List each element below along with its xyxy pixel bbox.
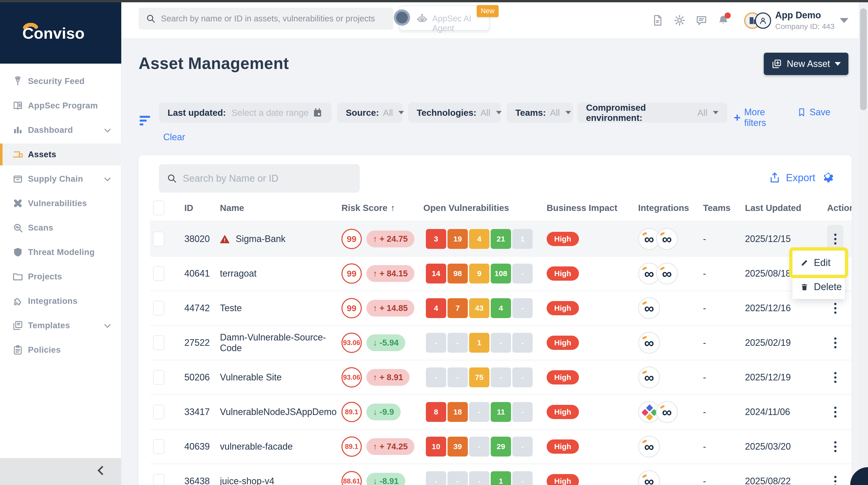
asset-name[interactable]: juice-shop-v4 xyxy=(220,476,341,485)
sidebar-item-supply-chain[interactable]: Supply Chain xyxy=(0,168,121,190)
teams-cell: - xyxy=(703,441,745,452)
asset-name[interactable]: terragoat xyxy=(220,268,341,279)
account-menu-caret-icon[interactable] xyxy=(840,18,848,23)
robot-icon xyxy=(416,12,428,24)
new-asset-button[interactable]: New Asset xyxy=(764,53,848,75)
row-checkbox[interactable] xyxy=(153,370,164,385)
last-updated-cell: 2025/12/16 xyxy=(745,303,827,313)
asset-name[interactable]: vulnerable-facade xyxy=(220,441,341,452)
conviso-integration-icon: ∞ xyxy=(656,263,678,284)
appsec-ai-agent-button[interactable]: AppSec AI Agent xyxy=(399,6,489,31)
table-settings-gear-icon[interactable] xyxy=(820,170,835,185)
filter-compromised-environment[interactable]: Compromised environment: All xyxy=(578,103,727,123)
column-header-open-vulnerabilities[interactable]: Open Vulnerabilities xyxy=(423,203,547,213)
filter-teams[interactable]: Teams: All xyxy=(507,103,573,123)
asset-name[interactable]: VulnerableNodeJSAppDemo xyxy=(220,407,341,417)
scrollbar-thumb[interactable] xyxy=(860,8,867,110)
global-search-input[interactable] xyxy=(161,14,385,23)
column-header-business-impact[interactable]: Business Impact xyxy=(547,203,638,213)
clear-filters-link[interactable]: Clear xyxy=(163,132,185,142)
asset-name[interactable]: Teste xyxy=(220,303,341,313)
dashboard-icon xyxy=(12,124,23,136)
row-actions-button[interactable] xyxy=(827,467,843,485)
more-filters-button[interactable]: + More filters xyxy=(734,107,766,128)
table-row[interactable]: 27522 Damn-Vulnerable-Source-Code 93.06 … xyxy=(150,326,852,360)
sidebar-item-templates[interactable]: Templates xyxy=(0,315,121,336)
row-checkbox[interactable] xyxy=(153,405,164,419)
conviso-logo[interactable]: Conviso xyxy=(0,2,121,64)
notifications-bell-icon[interactable] xyxy=(717,14,730,27)
delete-menu-item[interactable]: Delete xyxy=(793,275,845,299)
column-header-last-updated[interactable]: Last Updated xyxy=(745,203,827,213)
teams-cell: - xyxy=(703,407,745,417)
sidebar-item-integrations[interactable]: Integrations xyxy=(0,290,121,312)
export-button[interactable]: Export xyxy=(769,172,815,184)
table-row[interactable]: 33417 VulnerableNodeJSAppDemo 89.1 ↓ -9.… xyxy=(150,395,852,430)
row-actions-button[interactable] xyxy=(827,225,843,253)
chat-icon[interactable] xyxy=(695,14,708,27)
row-checkbox[interactable] xyxy=(153,439,164,454)
sidebar-item-label: Threat Modeling xyxy=(28,247,95,257)
integrations-cell: ∞∞ xyxy=(638,228,703,250)
sidebar-item-dashboard[interactable]: Dashboard xyxy=(0,119,121,141)
filter-value: All xyxy=(550,108,560,118)
row-actions-button[interactable] xyxy=(827,398,843,426)
table-row[interactable]: 44742 Teste 99 ↑ + 14.85 47434- High ∞ -… xyxy=(150,291,852,326)
vulnerability-count-chip: - xyxy=(512,402,533,422)
vulnerability-count-chip: - xyxy=(426,367,446,387)
table-search[interactable] xyxy=(159,164,360,193)
integrations-cell: ∞ xyxy=(638,366,703,388)
documentation-icon[interactable] xyxy=(651,14,664,27)
asset-name[interactable]: Sigma-Bank xyxy=(220,234,341,244)
row-checkbox[interactable] xyxy=(153,335,164,350)
sidebar-item-scans[interactable]: Scans xyxy=(0,217,121,239)
sidebar-item-vulnerabilities[interactable]: Vulnerabilities xyxy=(0,192,121,214)
date-range-placeholder: Select a date range xyxy=(231,108,309,118)
select-all-checkbox[interactable] xyxy=(153,201,164,215)
filter-source[interactable]: Source: All xyxy=(337,103,402,123)
table-row[interactable]: 36438 juice-shop-v4 88.61 ↓ -8.91 ---1- … xyxy=(150,464,852,485)
sidebar-item-projects[interactable]: Projects xyxy=(0,266,121,288)
table-row[interactable]: 40639 vulnerable-facade 89.1 ↑ + 74.25 1… xyxy=(150,430,852,464)
filter-label: Teams: xyxy=(515,108,546,118)
pencil-icon xyxy=(800,259,809,267)
asset-name[interactable]: Damn-Vulnerable-Source-Code xyxy=(220,332,341,353)
row-actions-button[interactable] xyxy=(827,433,843,461)
sidebar-item-appsec-program[interactable]: AppSec Program xyxy=(0,95,121,117)
table-row[interactable]: 50206 Vulnerable Site 93.06 ↑ + 8.91 --7… xyxy=(150,360,852,395)
sidebar-item-policies[interactable]: Policies xyxy=(0,339,121,361)
filter-technologies[interactable]: Technologies: All xyxy=(408,103,501,123)
filter-icon[interactable] xyxy=(140,116,151,127)
column-header-risk-score[interactable]: Risk Score↑ xyxy=(341,203,423,213)
save-filters-button[interactable]: Save xyxy=(797,107,830,118)
collapse-sidebar-icon[interactable] xyxy=(98,466,107,475)
vulnerability-count-chip: 4 xyxy=(491,298,511,318)
sidebar-item-assets[interactable]: Assets xyxy=(0,144,121,165)
sidebar-item-security-feed[interactable]: Security Feed xyxy=(0,70,121,92)
row-actions-button[interactable] xyxy=(827,329,843,357)
export-label: Export xyxy=(786,172,815,183)
global-search[interactable] xyxy=(138,8,393,30)
vulnerability-count-chip: 29 xyxy=(491,437,511,457)
row-checkbox[interactable] xyxy=(153,232,164,246)
vulnerability-count-chip: - xyxy=(447,333,468,353)
settings-gear-icon[interactable] xyxy=(673,14,686,27)
asset-name[interactable]: Vulnerable Site xyxy=(220,372,341,383)
row-checkbox[interactable] xyxy=(153,266,164,281)
column-header-id[interactable]: ID xyxy=(184,203,220,213)
row-checkbox[interactable] xyxy=(153,474,164,485)
sidebar-item-threat-modeling[interactable]: Threat Modeling xyxy=(0,241,121,263)
row-actions-button[interactable] xyxy=(827,363,843,391)
column-header-name[interactable]: Name xyxy=(220,203,341,213)
edit-menu-item[interactable]: Edit xyxy=(793,251,845,275)
filter-last-updated[interactable]: Last updated: Select a date range xyxy=(159,103,332,123)
column-header-teams[interactable]: Teams xyxy=(703,203,745,213)
chat-fab-button[interactable] xyxy=(850,467,868,485)
column-header-integrations[interactable]: Integrations xyxy=(638,203,703,213)
table-row[interactable]: 40641 terragoat 99 ↑ + 84.15 14989108- H… xyxy=(150,256,852,291)
table-search-input[interactable] xyxy=(183,173,345,184)
conviso-integration-icon: ∞ xyxy=(656,401,678,423)
table-row[interactable]: 38020 Sigma-Bank 99 ↑ + 24.75 3194211 Hi… xyxy=(150,222,852,256)
page-scrollbar[interactable] xyxy=(859,2,868,485)
row-checkbox[interactable] xyxy=(153,301,164,316)
